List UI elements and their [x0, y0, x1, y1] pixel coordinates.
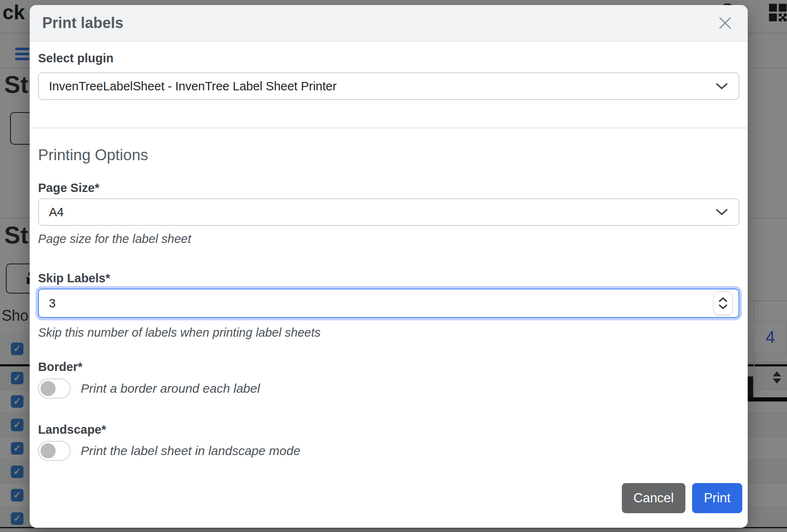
screen: ck Build Buy [0, 0, 787, 532]
dialog-header: Print labels [30, 5, 748, 42]
dialog-body: Select plugin InvenTreeLabelSheet - Inve… [30, 42, 748, 473]
cancel-button[interactable]: Cancel [622, 483, 685, 513]
section-divider [30, 128, 748, 128]
dialog-footer: Cancel Print [30, 473, 748, 528]
chevron-down-icon [715, 208, 728, 216]
border-toggle[interactable] [38, 379, 71, 399]
printing-options-heading: Printing Options [38, 146, 739, 164]
page-size-help-text: Page size for the label sheet [38, 232, 739, 246]
chevron-down-icon [715, 82, 728, 90]
border-field-label: Border* [38, 360, 739, 374]
toggle-knob [41, 443, 56, 458]
landscape-toggle[interactable] [38, 441, 71, 461]
page-size-field-label: Page Size* [38, 181, 739, 195]
page-size-select[interactable]: A4 [38, 198, 739, 226]
dialog-title: Print labels [42, 14, 123, 32]
toggle-knob [41, 381, 56, 396]
border-help-text: Print a border around each label [81, 381, 260, 396]
landscape-help-text: Print the label sheet in landscape mode [81, 444, 300, 458]
plugin-select-value: InvenTreeLabelSheet - InvenTree Label Sh… [49, 79, 337, 93]
plugin-select[interactable]: InvenTreeLabelSheet - InvenTree Label Sh… [38, 72, 739, 100]
print-button[interactable]: Print [692, 483, 742, 513]
plugin-field-label: Select plugin [38, 51, 739, 65]
print-labels-dialog: Print labels Select plugin InvenTreeLabe… [30, 5, 748, 528]
skip-labels-input[interactable] [38, 289, 739, 318]
landscape-field-label: Landscape* [38, 422, 739, 437]
skip-labels-field-label: Skip Labels* [38, 271, 739, 285]
close-icon[interactable] [715, 13, 735, 33]
chevron-down-icon [718, 304, 728, 309]
skip-labels-help-text: Skip this number of labels when printing… [38, 325, 739, 340]
number-stepper[interactable] [713, 292, 733, 315]
page-size-select-value: A4 [49, 205, 64, 219]
chevron-up-icon [718, 297, 728, 302]
